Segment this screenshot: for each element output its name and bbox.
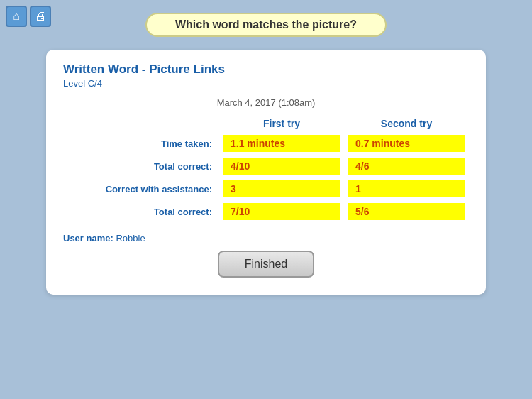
card-subtitle: Level C/4: [63, 78, 469, 89]
row-2-second-box: 1: [348, 180, 465, 197]
title-bar: Which word matches the picture?: [145, 13, 387, 37]
home-icon: ⌂: [13, 10, 20, 23]
card-title: Written Word - Picture Links: [63, 62, 469, 77]
row-2-first-value: 3: [219, 177, 344, 200]
username-label: User name:: [63, 233, 116, 244]
date-display: March 4, 2017 (1:08am): [63, 97, 469, 108]
row-0-first-box: 1.1 minutes: [223, 135, 340, 152]
results-table: First try Second try Time taken:1.1 minu…: [63, 115, 469, 223]
results-card: Written Word - Picture Links Level C/4 M…: [46, 50, 486, 295]
row-3-second-value: 5/6: [344, 200, 469, 223]
table-row: Total correct:7/105/6: [63, 200, 469, 223]
row-1-second-value: 4/6: [344, 155, 469, 177]
row-1-second-box: 4/6: [348, 158, 465, 175]
row-0-first-value: 1.1 minutes: [219, 132, 344, 155]
finished-button[interactable]: Finished: [218, 251, 314, 278]
print-icon: 🖨: [35, 10, 46, 23]
print-button[interactable]: 🖨: [30, 6, 51, 27]
row-2-first-box: 3: [223, 180, 340, 197]
row-0-second-value: 0.7 minutes: [344, 132, 469, 155]
row-2-label: Correct with assistance:: [63, 177, 219, 200]
table-row: Total correct:4/104/6: [63, 155, 469, 177]
row-2-second-value: 1: [344, 177, 469, 200]
row-3-second-box: 5/6: [348, 203, 465, 220]
row-1-first-box: 4/10: [223, 158, 340, 175]
table-row: Correct with assistance:31: [63, 177, 469, 200]
username-row: User name: Robbie: [63, 233, 469, 244]
row-1-first-value: 4/10: [219, 155, 344, 177]
table-row: Time taken:1.1 minutes0.7 minutes: [63, 132, 469, 155]
row-3-label: Total correct:: [63, 200, 219, 223]
row-0-second-box: 0.7 minutes: [348, 135, 465, 152]
second-try-header: Second try: [344, 115, 469, 132]
row-0-label: Time taken:: [63, 132, 219, 155]
page-title: Which word matches the picture?: [175, 18, 357, 31]
row-1-label: Total correct:: [63, 155, 219, 177]
first-try-header: First try: [219, 115, 344, 132]
home-button[interactable]: ⌂: [6, 6, 27, 27]
row-3-first-box: 7/10: [223, 203, 340, 220]
toolbar: ⌂ 🖨: [6, 6, 51, 27]
finished-button-wrapper: Finished: [63, 251, 469, 278]
row-3-first-value: 7/10: [219, 200, 344, 223]
username-value: Robbie: [116, 233, 145, 244]
